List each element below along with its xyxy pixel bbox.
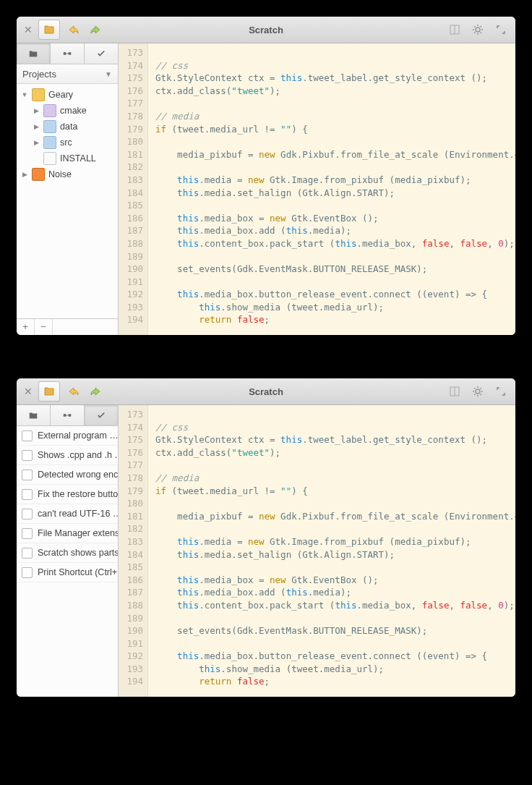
- sidebar-tab-symbols[interactable]: [51, 405, 85, 425]
- sidebar-tab-files[interactable]: [17, 405, 51, 425]
- svg-point-16: [476, 389, 480, 394]
- code-editor[interactable]: 173 174 175 176 177 178 179 180 181 182 …: [119, 43, 515, 335]
- tree-item[interactable]: ▶src: [17, 135, 118, 150]
- titlebar: ✕ Scratch: [17, 17, 515, 43]
- task-item[interactable]: Shows .cpp and .h …: [17, 446, 118, 465]
- task-item[interactable]: Print Shortcut (Ctrl+P): [17, 563, 118, 582]
- open-button[interactable]: [38, 381, 60, 402]
- svg-line-10: [481, 26, 482, 27]
- undo-button[interactable]: [63, 20, 83, 39]
- redo-button[interactable]: [86, 382, 106, 401]
- window-projects: ✕ Scratch Projects ▼ ▼Geary▶cmake▶data▶s…: [17, 17, 515, 335]
- gutter: 173 174 175 176 177 178 179 180 181 182 …: [119, 43, 148, 335]
- task-item[interactable]: can't read UTF-16 …: [17, 504, 118, 524]
- remove-button[interactable]: −: [35, 319, 53, 335]
- sidebar-tab-tasks[interactable]: [85, 43, 118, 64]
- window-tasks: ✕ Scratch External program …Shows .cpp a…: [17, 378, 515, 697]
- split-view-button[interactable]: [445, 382, 465, 401]
- tree-item[interactable]: ▶Noise: [17, 166, 118, 182]
- checkbox[interactable]: [22, 430, 33, 441]
- task-list[interactable]: External program …Shows .cpp and .h …Det…: [17, 426, 118, 697]
- checkbox[interactable]: [22, 470, 33, 480]
- svg-point-2: [476, 27, 480, 32]
- tree-item[interactable]: ▶data: [17, 119, 118, 135]
- panel-label: Projects: [22, 69, 56, 80]
- task-item[interactable]: Fix the restore button: [17, 485, 118, 504]
- settings-button[interactable]: [468, 382, 488, 401]
- task-item[interactable]: Scratch shows parts…: [17, 543, 118, 563]
- add-button[interactable]: +: [17, 319, 35, 335]
- tree-item[interactable]: ▶cmake: [17, 103, 118, 119]
- open-button[interactable]: [38, 20, 60, 40]
- tree-item[interactable]: ▼Geary: [17, 87, 118, 103]
- code-area[interactable]: // css Gtk.StyleContext ctx = this.tweet…: [148, 43, 515, 335]
- settings-button[interactable]: [468, 20, 488, 39]
- gutter: 173 174 175 176 177 178 179 180 181 182 …: [119, 405, 148, 697]
- undo-button[interactable]: [63, 382, 83, 401]
- task-item[interactable]: Detected wrong enc…: [17, 465, 118, 485]
- sidebar: External program …Shows .cpp and .h …Det…: [17, 405, 119, 697]
- panel-header[interactable]: Projects ▼: [17, 64, 118, 84]
- titlebar: ✕ Scratch: [17, 378, 515, 405]
- svg-line-21: [474, 388, 476, 389]
- svg-rect-12: [69, 52, 72, 55]
- svg-rect-11: [64, 52, 66, 55]
- split-view-button[interactable]: [445, 20, 465, 39]
- checkbox[interactable]: [22, 450, 33, 461]
- sidebar-tab-symbols[interactable]: [51, 43, 85, 64]
- svg-line-24: [481, 388, 482, 389]
- sidebar: Projects ▼ ▼Geary▶cmake▶data▶srcINSTALL▶…: [17, 43, 119, 335]
- maximize-button[interactable]: [491, 20, 511, 39]
- code-editor[interactable]: 173 174 175 176 177 178 179 180 181 182 …: [119, 405, 515, 697]
- checkbox[interactable]: [22, 509, 33, 519]
- sidebar-tab-tasks[interactable]: [85, 405, 118, 425]
- task-item[interactable]: File Manager extens…: [17, 524, 118, 543]
- close-button[interactable]: ✕: [21, 386, 35, 397]
- close-button[interactable]: ✕: [21, 24, 35, 35]
- task-item[interactable]: External program …: [17, 426, 118, 446]
- redo-button[interactable]: [86, 20, 106, 39]
- svg-line-8: [481, 33, 482, 34]
- checkbox[interactable]: [22, 489, 33, 500]
- sidebar-tab-files[interactable]: [17, 43, 51, 64]
- tree-item[interactable]: INSTALL: [17, 150, 118, 166]
- maximize-button[interactable]: [491, 382, 511, 401]
- chevron-down-icon: ▼: [105, 70, 112, 78]
- window-title: Scratch: [249, 25, 283, 35]
- window-title: Scratch: [249, 386, 283, 397]
- checkbox[interactable]: [22, 528, 33, 539]
- checkbox[interactable]: [22, 567, 33, 578]
- svg-line-23: [474, 394, 476, 396]
- project-tree[interactable]: ▼Geary▶cmake▶data▶srcINSTALL▶Noise: [17, 84, 118, 318]
- svg-rect-26: [69, 414, 72, 417]
- code-area[interactable]: // css Gtk.StyleContext ctx = this.tweet…: [148, 405, 515, 697]
- svg-line-7: [474, 26, 476, 27]
- svg-line-22: [481, 394, 482, 396]
- checkbox[interactable]: [22, 548, 33, 559]
- svg-rect-25: [64, 414, 66, 417]
- svg-line-9: [474, 33, 476, 34]
